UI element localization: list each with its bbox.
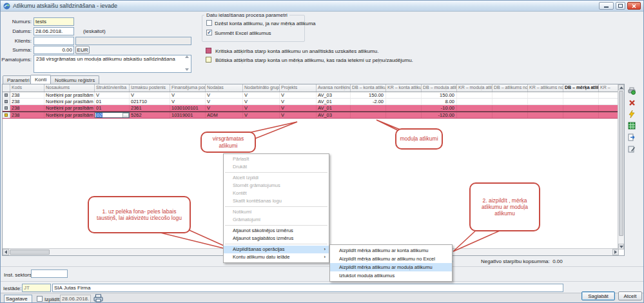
grid-cell[interactable]: Norēķini par prasībām pr... bbox=[44, 112, 95, 118]
pamatojums-textarea[interactable]: 238 virsgrāmatas un moduļa atlikumu atsk… bbox=[34, 55, 191, 73]
grid-cell[interactable] bbox=[493, 92, 528, 98]
grid-cell[interactable] bbox=[599, 105, 619, 111]
grid-cell[interactable]: 01 bbox=[95, 99, 130, 104]
grid-cell[interactable]: Norēķini par prasībām pr... bbox=[44, 99, 95, 104]
grid-cell[interactable] bbox=[457, 112, 493, 118]
menu-item-gramatojumi[interactable]: Grāmatojumi bbox=[224, 216, 329, 224]
submenu-item-ar-modula-atlikumu[interactable]: Aizpildīt mērķa atlikumu ar moduļa atlik… bbox=[330, 263, 452, 271]
grid-cell[interactable]: 238 bbox=[10, 112, 44, 118]
grid-cell[interactable]: V bbox=[243, 105, 280, 111]
datums-field[interactable] bbox=[34, 27, 74, 35]
menu-item-stornet[interactable]: Stornēt grāmatojumus bbox=[224, 182, 329, 190]
iestade-name-field[interactable] bbox=[52, 284, 563, 292]
column-header[interactable]: KR – moduļa atlik... bbox=[457, 84, 493, 92]
grid-cell[interactable]: V bbox=[280, 99, 317, 104]
column-header[interactable]: DB – mērķa atlikums bbox=[563, 84, 599, 92]
cancel-button[interactable]: Atcelt bbox=[618, 291, 642, 300]
inst-sektors-field[interactable] bbox=[31, 269, 68, 278]
scroll-down-button[interactable] bbox=[618, 244, 624, 249]
column-header[interactable]: Avansa norēķinu ... bbox=[317, 84, 351, 92]
grid-cell[interactable] bbox=[599, 92, 619, 98]
klients-field[interactable] bbox=[34, 37, 74, 45]
column-header[interactable]: DB – atlikums no ... bbox=[493, 84, 528, 92]
grid-cell[interactable]: V bbox=[280, 112, 317, 118]
grid-cell[interactable]: 1030100101 bbox=[170, 105, 206, 111]
horizontal-scroll-thumb[interactable] bbox=[10, 249, 50, 255]
grid-cell[interactable] bbox=[528, 92, 563, 98]
grid-cell[interactable]: 150.00 bbox=[422, 92, 457, 98]
grid-cell[interactable]: 01 bbox=[95, 105, 130, 111]
iestade-code-field[interactable] bbox=[22, 284, 51, 292]
grid-cell[interactable]: V bbox=[243, 99, 280, 104]
column-header[interactable]: Finansējuma post... bbox=[170, 84, 206, 92]
textarea-scroll-up-icon[interactable] bbox=[185, 55, 189, 58]
submenu-item-no-excel[interactable]: Aizpildīt mērķa atlikumu ar atlikumu no … bbox=[330, 255, 452, 263]
grid-cell[interactable]: V bbox=[206, 99, 243, 104]
menu-item-kontet[interactable]: Kontēt bbox=[224, 190, 329, 197]
edit-document-icon[interactable] bbox=[627, 144, 636, 153]
grid-cell[interactable] bbox=[386, 112, 422, 118]
excel-icon[interactable] bbox=[627, 121, 636, 130]
table-row[interactable]: 238 Norēķini par prasībām pr... 01 2361 … bbox=[3, 105, 619, 112]
grid-cell[interactable]: V bbox=[170, 99, 206, 104]
grid-cell[interactable]: -2.00 bbox=[351, 99, 386, 104]
menu-item-kontu-atlikumu-ielade[interactable]: Kontu atlikumu datu ielāde bbox=[224, 253, 329, 261]
currency-button[interactable]: EUR bbox=[75, 46, 90, 54]
column-header[interactable]: Nodarbināto grupas bbox=[243, 84, 280, 92]
scroll-right-button[interactable] bbox=[612, 249, 619, 255]
export-icon[interactable] bbox=[627, 133, 636, 142]
grid-cell[interactable] bbox=[386, 99, 422, 104]
table-row[interactable]: 238 Norēķini par prasībām pr... 01 02171… bbox=[3, 99, 619, 105]
column-header[interactable]: Nodaļas bbox=[206, 84, 243, 92]
column-header[interactable]: Izmaksu postenis bbox=[130, 84, 170, 92]
column-header[interactable]: Projekts bbox=[280, 84, 317, 92]
numurs-field[interactable] bbox=[34, 17, 74, 26]
grid-cell[interactable]: V bbox=[206, 105, 243, 111]
grid-cell[interactable]: V bbox=[170, 92, 206, 98]
tab-parametri[interactable]: Parametri bbox=[3, 75, 34, 84]
grid-cell[interactable]: -10.00 bbox=[422, 105, 457, 111]
vertical-scroll-thumb[interactable] bbox=[619, 91, 623, 236]
menu-item-aizpildisanas-operacijas[interactable]: Aizpildīšanas operācijas bbox=[224, 246, 329, 253]
minimize-button[interactable] bbox=[599, 2, 614, 10]
column-header[interactable]: Kods bbox=[10, 84, 44, 92]
grid-cell[interactable] bbox=[563, 92, 599, 98]
grid-cell[interactable]: 238 bbox=[10, 99, 44, 104]
grid-cell[interactable] bbox=[493, 112, 528, 118]
grid-cell[interactable] bbox=[351, 105, 386, 111]
textarea-scroll-down-icon[interactable] bbox=[185, 68, 189, 71]
submenu-item-ar-konta-atlikumu[interactable]: Aizpildīt mērķa atlikumu ar konta atliku… bbox=[330, 246, 452, 255]
grid-cell[interactable] bbox=[599, 99, 619, 104]
grid-cell[interactable]: V bbox=[130, 92, 170, 98]
grid-cell[interactable]: 5262 bbox=[130, 112, 170, 118]
column-header[interactable]: Struktūrvienība bbox=[95, 84, 130, 92]
grid-cell[interactable]: -120.00 bbox=[422, 112, 457, 118]
grid-cell[interactable] bbox=[493, 105, 528, 111]
tab-konti[interactable]: Konti bbox=[30, 75, 51, 84]
grid-cell[interactable] bbox=[457, 99, 493, 104]
grid-cell[interactable] bbox=[563, 105, 599, 111]
menu-item-drukat[interactable]: Drukāt bbox=[224, 163, 329, 171]
grid-cell[interactable]: 150.00 bbox=[351, 92, 386, 98]
summa-field[interactable] bbox=[34, 46, 74, 54]
grid-cell[interactable]: V bbox=[206, 92, 243, 98]
lightning-icon[interactable] bbox=[627, 110, 636, 119]
printer-icon[interactable] bbox=[627, 86, 636, 95]
grid-cell[interactable]: 2361 bbox=[130, 105, 170, 111]
column-header[interactable]: DB – konta atlikums bbox=[351, 84, 386, 92]
scroll-up-button[interactable] bbox=[618, 84, 624, 90]
cell-editor[interactable]: 02 … bbox=[95, 112, 130, 118]
grid-cell[interactable] bbox=[457, 105, 493, 111]
cell-editor-value[interactable]: 02 bbox=[96, 112, 102, 118]
grid-cell[interactable]: AV_01 bbox=[317, 99, 351, 104]
title-bar[interactable]: Atlikumu atskaišu salīdzināšana - ievade bbox=[1, 1, 643, 12]
grid-cell[interactable]: 021710 bbox=[130, 99, 170, 104]
grid-cell[interactable] bbox=[563, 99, 599, 104]
grid-cell[interactable] bbox=[386, 92, 422, 98]
menu-item-atcelt-izpildi[interactable]: Atcelt Izpildi bbox=[224, 174, 329, 182]
save-button[interactable]: Saglabāt bbox=[581, 291, 615, 300]
table-row[interactable]: 238 Norēķini par prasībām pr... V V V V … bbox=[3, 92, 619, 99]
grid-cell[interactable] bbox=[563, 112, 599, 118]
print-button[interactable] bbox=[93, 294, 103, 303]
ellipsis-button[interactable]: … bbox=[122, 113, 129, 118]
